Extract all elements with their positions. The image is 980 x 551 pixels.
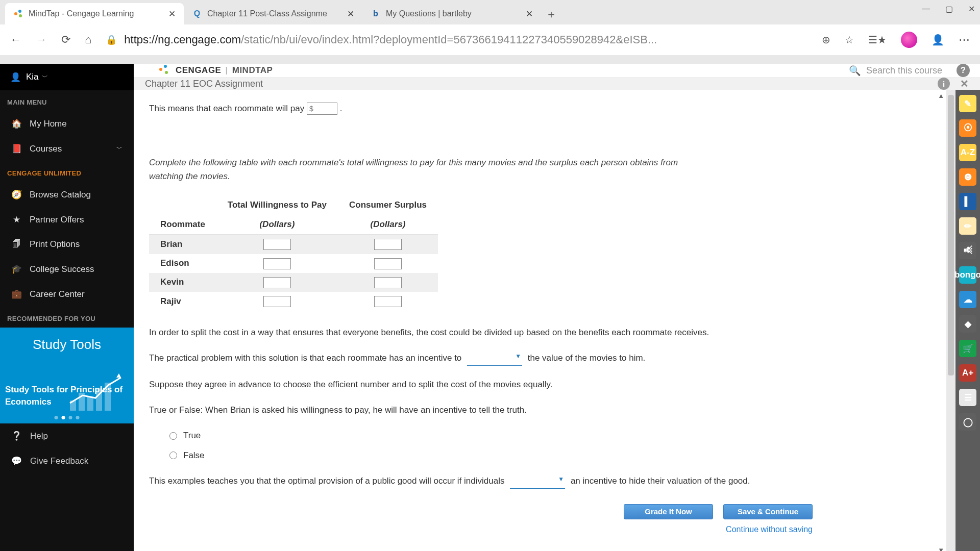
radio-false-label: False [183,449,205,462]
search-course[interactable]: 🔍 Search this course [849,65,942,77]
chevron-down-icon: ﹀ [116,144,122,153]
cs-input[interactable] [374,258,402,269]
provision-dropdown[interactable] [510,474,565,488]
more-menu-icon[interactable]: ⋯ [959,33,970,46]
favicon-q: Q [192,9,202,19]
home-icon[interactable]: ⌂ [85,33,91,46]
cengage-logo-icon [159,65,170,76]
save-continue-button[interactable]: Save & Continue [723,504,813,519]
ebook-tool-icon[interactable]: ▍ [959,193,976,210]
bongo-tool-icon[interactable]: bongo [959,266,976,284]
scrollbar-thumb[interactable] [948,95,954,375]
promo-study-tools[interactable]: Study Tools Study Tools for Principles o… [0,328,134,423]
user-icon: 👤 [10,72,21,83]
nav-career-center[interactable]: 💼Career Center [0,282,134,307]
nav-my-home[interactable]: 🏠 My Home [0,111,134,136]
refresh-icon[interactable]: ⟳ [61,33,70,46]
support-tool-icon[interactable]: ◯ [959,413,976,431]
grad-cap-icon: 🎓 [11,264,21,274]
scrollbar[interactable] [946,90,955,551]
chevron-down-icon: ﹀ [42,73,48,82]
url-field[interactable]: 🔒 https://ng.cengage.com/static/nb/ui/ev… [106,29,807,51]
twp-input[interactable] [263,277,291,288]
cs-input[interactable] [374,239,402,250]
continue-without-saving-link[interactable]: Continue without saving [149,523,813,536]
citation-tool-icon[interactable]: ❻ [959,168,976,186]
nav-label: College Success [30,264,94,274]
window-minimize-icon[interactable]: — [922,4,930,14]
back-icon[interactable]: ← [10,33,21,46]
nav-label: Help [30,431,48,441]
scroll-down-icon[interactable]: ▼ [938,546,944,551]
tab-close-icon[interactable]: ✕ [526,9,533,19]
nav-print-options[interactable]: 🗐Print Options [0,232,134,257]
twp-input[interactable] [263,258,291,269]
notes-tool-icon[interactable]: ✏ [959,217,976,235]
new-tab-button[interactable]: ＋ [541,4,561,24]
grades-tool-icon[interactable]: A+ [959,364,976,382]
info-icon[interactable]: i [938,78,950,90]
nav-partner-offers[interactable]: ★Partner Offers [0,207,134,232]
rss-tool-icon[interactable]: ⦿ [959,119,976,137]
profile-avatar[interactable] [901,32,917,48]
tab-close-icon[interactable]: ✕ [347,9,354,19]
tab-close-icon[interactable]: ✕ [168,9,176,19]
grade-it-now-button[interactable]: Grade It Now [624,504,713,519]
nav-label: Give Feedback [30,456,88,466]
browser-tab-bartleby[interactable]: b My Questions | bartleby ✕ [362,3,541,24]
user-menu[interactable]: 👤 Kia ﹀ « [0,64,134,90]
forward-icon[interactable]: → [36,33,47,46]
assignment-content: This means that each roommate will pay .… [134,90,828,551]
favorites-list-icon[interactable]: ☰★ [868,34,887,46]
practical-pre: The practical problem with this solution… [149,353,464,363]
example-post: an incentive to hide their valuation of … [571,476,750,486]
suppose-line: Suppose they agree in advance to choose … [149,378,813,391]
browser-tab-mindtap[interactable]: MindTap - Cengage Learning ✕ [5,3,184,24]
radio-true[interactable] [169,432,177,440]
window-maximize-icon[interactable]: ▢ [945,4,953,14]
nav-browse-catalog[interactable]: 🧭Browse Catalog [0,182,134,207]
scroll-up-icon[interactable]: ▲ [938,92,944,99]
carousel-dots[interactable] [55,416,80,419]
help-button[interactable]: ? [957,64,970,77]
favicon-cengage [13,9,23,19]
person-icon[interactable]: 👤 [932,34,944,46]
google-drive-tool-icon[interactable]: ◆ [959,315,976,333]
twp-input[interactable] [263,239,291,250]
pay-amount-input[interactable] [307,103,337,115]
search-icon: 🔍 [849,65,861,77]
promo-subtitle: Study Tools for Principles of Economics [5,384,129,408]
onedrive-tool-icon[interactable]: ☁ [959,291,976,308]
close-assignment-icon[interactable]: ✕ [960,78,969,90]
glossary-tool-icon[interactable]: A-Z [959,144,976,161]
twp-input[interactable] [263,296,291,307]
zoom-search-icon[interactable]: ⊕ [822,34,830,46]
cs-input[interactable] [374,296,402,307]
table-row: Kevin [149,273,438,292]
incentive-dropdown[interactable] [467,352,522,365]
roommate-name: Rajiv [149,292,216,311]
favorite-star-icon[interactable]: ☆ [845,34,854,46]
svg-point-1 [18,10,21,13]
radio-false-row[interactable]: False [169,449,813,462]
nav-feedback[interactable]: 💬Give Feedback [0,448,134,473]
roommate-name: Brian [149,235,216,254]
window-close-icon[interactable]: ✕ [968,4,975,14]
read-aloud-tool-icon[interactable]: 🕬 [959,242,976,259]
briefcase-icon: 💼 [11,289,21,299]
outline-tool-icon[interactable]: ☰ [959,389,976,406]
table-row: Edison [149,254,438,273]
cs-input[interactable] [374,277,402,288]
nav-courses[interactable]: 📕 Courses ﹀ [0,136,134,161]
nav-college-success[interactable]: 🎓College Success [0,257,134,282]
cart-tool-icon[interactable]: 🛒 [959,340,976,357]
assignment-header: Chapter 11 EOC Assignment i ✕ [134,78,980,90]
nav-label: Courses [30,144,62,154]
content-scroll[interactable]: ▲ This means that each roommate will pay… [134,90,946,551]
highlighter-tool-icon[interactable]: ✎ [959,95,976,112]
th-twp: Total Willingness to Pay [216,195,338,215]
browser-tab-quiz[interactable]: Q Chapter 11 Post-Class Assignme ✕ [184,3,362,24]
nav-help[interactable]: ❔Help [0,423,134,448]
radio-false[interactable] [169,452,177,459]
radio-true-row[interactable]: True [169,429,813,442]
